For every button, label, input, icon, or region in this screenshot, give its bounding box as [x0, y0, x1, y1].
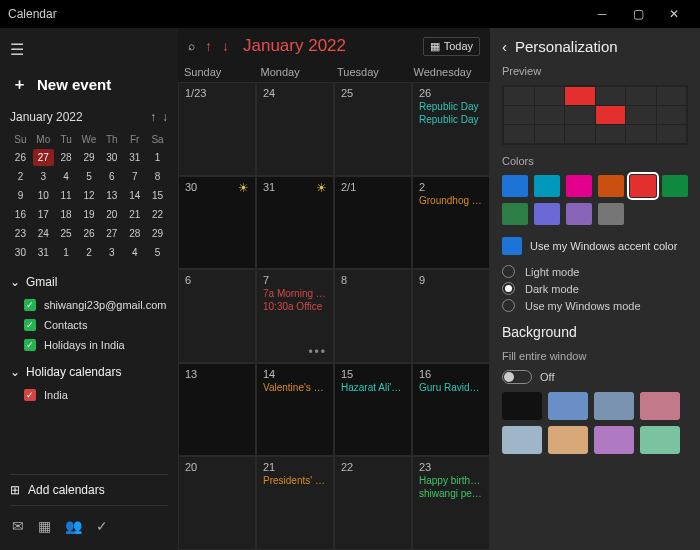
mini-day[interactable]: 8: [147, 168, 168, 185]
more-icon[interactable]: •••: [308, 345, 327, 359]
mini-day[interactable]: 27: [33, 149, 54, 166]
mini-day[interactable]: 11: [56, 187, 77, 204]
maximize-button[interactable]: ▢: [620, 0, 656, 28]
calendar-cell[interactable]: 21Presidents' Day: [256, 456, 334, 550]
checkbox-icon[interactable]: ✓: [24, 339, 36, 351]
mode-option[interactable]: Use my Windows mode: [502, 297, 688, 314]
mini-day[interactable]: 13: [101, 187, 122, 204]
mini-day[interactable]: 31: [33, 244, 54, 261]
close-button[interactable]: ✕: [656, 0, 692, 28]
background-thumb[interactable]: [594, 426, 634, 454]
event[interactable]: Groundhog Day: [419, 195, 483, 206]
mini-day[interactable]: 5: [79, 168, 100, 185]
color-swatch[interactable]: [534, 203, 560, 225]
calendar-cell[interactable]: 22: [334, 456, 412, 550]
mode-option[interactable]: Dark mode: [502, 280, 688, 297]
back-icon[interactable]: ‹: [502, 38, 507, 55]
color-swatch[interactable]: [566, 203, 592, 225]
search-icon[interactable]: ⌕: [188, 39, 195, 53]
event[interactable]: Valentine's Day: [263, 382, 327, 393]
calendar-cell[interactable]: 13: [178, 363, 256, 457]
event[interactable]: Happy birthday: [419, 475, 483, 486]
mini-day[interactable]: 3: [33, 168, 54, 185]
event[interactable]: Hazarat Ali's Bi: [341, 382, 405, 393]
calendar-cell[interactable]: 20: [178, 456, 256, 550]
background-thumb[interactable]: [640, 392, 680, 420]
mini-day[interactable]: 26: [79, 225, 100, 242]
mini-day[interactable]: 2: [79, 244, 100, 261]
color-swatch[interactable]: [598, 175, 624, 197]
calendar-item[interactable]: ✓Contacts: [10, 315, 168, 335]
color-swatch[interactable]: [598, 203, 624, 225]
mini-day[interactable]: 28: [124, 225, 145, 242]
background-thumb[interactable]: [502, 392, 542, 420]
accent-color-row[interactable]: Use my Windows accent color: [502, 237, 688, 255]
color-swatch[interactable]: [566, 175, 592, 197]
event[interactable]: 10:30a Office: [263, 301, 327, 312]
mini-day[interactable]: 3: [101, 244, 122, 261]
calendar-item[interactable]: ✓shiwangi23p@gmail.com: [10, 295, 168, 315]
mini-day[interactable]: 4: [124, 244, 145, 261]
calendar-cell[interactable]: 31☀: [256, 176, 334, 270]
background-thumb[interactable]: [548, 426, 588, 454]
new-event-button[interactable]: ＋ New event: [10, 67, 168, 102]
calendar-cell[interactable]: 26Republic DayRepublic Day: [412, 82, 490, 176]
calendar-cell[interactable]: 6: [178, 269, 256, 363]
background-thumb[interactable]: [640, 426, 680, 454]
mail-icon[interactable]: ✉: [12, 518, 24, 534]
mini-next-icon[interactable]: ↓: [162, 110, 168, 124]
calendar-cell[interactable]: 15Hazarat Ali's Bi: [334, 363, 412, 457]
mini-day[interactable]: 9: [10, 187, 31, 204]
account-header[interactable]: ⌄Gmail: [10, 269, 168, 295]
color-swatch[interactable]: [502, 175, 528, 197]
mini-day[interactable]: 29: [147, 225, 168, 242]
mini-day[interactable]: 19: [79, 206, 100, 223]
background-thumb[interactable]: [594, 392, 634, 420]
mini-day[interactable]: 30: [10, 244, 31, 261]
mini-day[interactable]: 15: [147, 187, 168, 204]
people-icon[interactable]: 👥: [65, 518, 82, 534]
calendar-cell[interactable]: 1/23: [178, 82, 256, 176]
color-swatch[interactable]: [502, 203, 528, 225]
mini-day[interactable]: 12: [79, 187, 100, 204]
todo-icon[interactable]: ✓: [96, 518, 108, 534]
background-thumb[interactable]: [502, 426, 542, 454]
hamburger-icon[interactable]: ☰: [10, 36, 168, 63]
next-month-icon[interactable]: ↓: [222, 38, 229, 54]
calendar-cell[interactable]: 2Groundhog Day: [412, 176, 490, 270]
add-calendars-button[interactable]: ⊞ Add calendars: [10, 474, 168, 506]
calendar-cell[interactable]: 77a Morning Wa10:30a Office•••: [256, 269, 334, 363]
calendar-cell[interactable]: 14Valentine's Day: [256, 363, 334, 457]
mini-day[interactable]: 18: [56, 206, 77, 223]
mini-day[interactable]: 20: [101, 206, 122, 223]
mini-day[interactable]: 6: [101, 168, 122, 185]
mini-day[interactable]: 27: [101, 225, 122, 242]
calendar-item[interactable]: ✓India: [10, 385, 168, 405]
mini-day[interactable]: 21: [124, 206, 145, 223]
calendar-cell[interactable]: 2/1: [334, 176, 412, 270]
radio-icon[interactable]: [502, 282, 515, 295]
mini-day[interactable]: 1: [147, 149, 168, 166]
mini-day[interactable]: 24: [33, 225, 54, 242]
radio-icon[interactable]: [502, 265, 515, 278]
event[interactable]: shiwangi peswa: [419, 488, 483, 499]
mini-day[interactable]: 2: [10, 168, 31, 185]
prev-month-icon[interactable]: ↑: [205, 38, 212, 54]
calendar-cell[interactable]: 9: [412, 269, 490, 363]
color-swatch[interactable]: [630, 175, 656, 197]
mini-day[interactable]: 4: [56, 168, 77, 185]
calendar-cell[interactable]: 16Guru Ravidas Ja: [412, 363, 490, 457]
event[interactable]: Republic Day: [419, 114, 483, 125]
mini-prev-icon[interactable]: ↑: [150, 110, 156, 124]
color-swatch[interactable]: [662, 175, 688, 197]
calendar-cell[interactable]: 23Happy birthdayshiwangi peswa: [412, 456, 490, 550]
mini-day[interactable]: 29: [79, 149, 100, 166]
mini-day[interactable]: 5: [147, 244, 168, 261]
mini-day[interactable]: 7: [124, 168, 145, 185]
calendar-cell[interactable]: 8: [334, 269, 412, 363]
event[interactable]: Republic Day: [419, 101, 483, 112]
mini-day[interactable]: 23: [10, 225, 31, 242]
fill-toggle[interactable]: [502, 370, 532, 384]
event[interactable]: Guru Ravidas Ja: [419, 382, 483, 393]
calendar-cell[interactable]: 30☀: [178, 176, 256, 270]
